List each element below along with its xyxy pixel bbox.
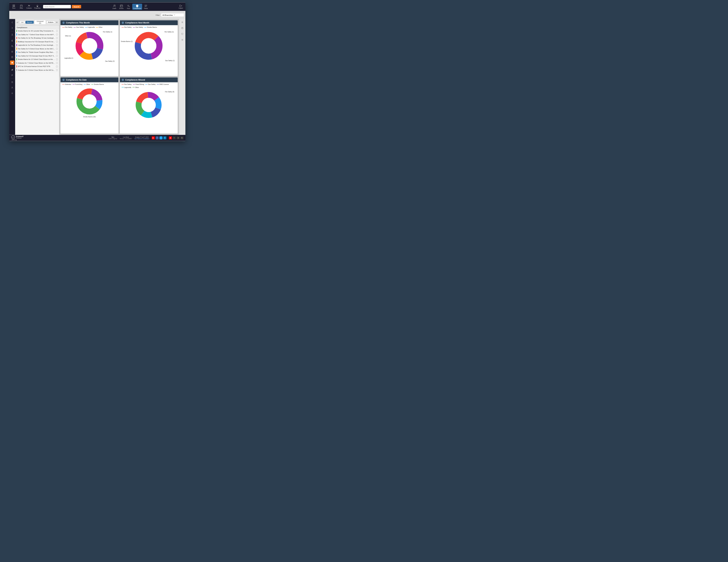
legend-color-asbestos <box>62 84 65 85</box>
nav-leads[interactable]: Leads <box>111 4 118 10</box>
list-item[interactable]: Smoke Alarms for 12 Oxford Close Wyton o… <box>15 58 59 61</box>
unsaved-tab[interactable]: Unsaved (0) <box>34 20 46 25</box>
nav-properties[interactable]: Properties <box>33 4 42 10</box>
logout-button[interactable]: Logout <box>177 4 184 10</box>
item-checkbox[interactable] <box>56 51 58 53</box>
list-item[interactable]: EPC for 19 Acacia Avenue St Ives PE27 6T… <box>15 65 59 69</box>
item-checkbox[interactable] <box>56 69 58 71</box>
item-color-indicator <box>16 55 17 57</box>
sidebar-chart-icon[interactable] <box>10 68 15 72</box>
item-checkbox[interactable] <box>56 30 58 32</box>
refresh-icon[interactable] <box>16 21 18 23</box>
panel-close-button[interactable]: ✕ <box>56 21 58 23</box>
search-input[interactable] <box>43 5 71 8</box>
item-checkbox[interactable] <box>56 62 58 64</box>
nav-contacts[interactable]: Contacts <box>25 4 33 10</box>
item-color-indicator <box>16 33 17 36</box>
util-question-icon[interactable] <box>180 26 184 30</box>
nav-buzz[interactable]: Buzz <box>11 4 17 10</box>
chart-no-date: Smoke Alarms (33) <box>61 85 119 119</box>
compliance-list: Smoke Alarms for 30 Lancelot Way Fenstan… <box>15 29 59 135</box>
list-item[interactable]: Asbestos for 7 Oxford Close Wyton on the… <box>15 61 59 65</box>
linkedin-icon[interactable]: in <box>163 137 167 140</box>
list-item[interactable]: Smoke Alarms for 30 Lancelot Way Fenstan… <box>15 29 59 33</box>
item-text: Asbestos for 7 Oxford Close Wyton on the… <box>18 62 56 64</box>
nav-diary[interactable]: Diary <box>18 4 25 10</box>
nav-feeds[interactable]: Feeds <box>142 4 149 10</box>
item-checkbox[interactable] <box>56 41 58 43</box>
sidebar-home-alt-icon[interactable] <box>10 49 15 54</box>
nav-keys[interactable]: Keys <box>125 4 132 10</box>
footer-user-info: Nick Online Agents <box>108 137 117 140</box>
list-item[interactable]: Gas Safety for 7 Oxford Close Wyton on t… <box>15 33 59 36</box>
list-item[interactable]: Asbestos for 5 Oxford Close Wyton on the… <box>15 68 59 72</box>
svg-rect-1 <box>14 5 14 5</box>
sidebar-expand-icon[interactable] <box>10 26 15 30</box>
sidebar-person-search-icon[interactable] <box>10 44 15 48</box>
sidebar-list-icon[interactable] <box>10 73 15 78</box>
card-title-missed: Compliances Missed <box>125 79 145 81</box>
chart-next-month: Fire Safety (1) Gas Safety (1) Smoke Ala… <box>120 28 178 65</box>
item-checkbox[interactable] <box>56 44 58 46</box>
sidebar-bell-icon[interactable] <box>10 61 15 65</box>
item-checkbox[interactable] <box>56 66 58 67</box>
sidebar-collapse-icon[interactable] <box>10 20 15 25</box>
footer-social-icons: ▶ f t in <box>152 137 167 140</box>
list-item[interactable]: Buildings Insurance for 9 St Georges Roa… <box>15 40 59 44</box>
item-text: Gas Safety for Thistle House Foxglove Wa… <box>18 51 56 53</box>
youtube-icon[interactable]: ▶ <box>152 137 155 140</box>
sidebar-walk-icon[interactable] <box>10 33 15 37</box>
card-header-next-month: Compliances Next Month <box>120 20 178 25</box>
list-item[interactable]: Legionella for 2a The Broadway St Ives H… <box>15 44 59 47</box>
chart-label-smoke-nm: Smoke Alarms (1) <box>121 40 133 42</box>
card-header-missed: Compliances Missed <box>120 77 178 82</box>
item-checkbox[interactable] <box>56 34 58 36</box>
sidebar-clock-icon[interactable] <box>10 80 15 84</box>
item-checkbox[interactable] <box>56 48 58 50</box>
chart-label-fire-m: Fire Safety (9) <box>165 91 174 93</box>
top-navigation: Buzz Diary Contacts Properties Sear <box>9 2 185 11</box>
tumblr-icon[interactable]: t <box>173 137 176 140</box>
nav-compliances[interactable]: Compliances <box>132 4 142 10</box>
svg-point-31 <box>12 45 13 46</box>
util-settings-icon[interactable] <box>180 20 184 24</box>
item-text: Smoke Alarms for 12 Oxford Close Wyton o… <box>18 58 56 60</box>
facebook-icon[interactable]: f <box>156 137 159 140</box>
legend-no-date: Asbestos Furnishing Other Smoke Ala <box>61 82 119 85</box>
compliance-icon-3 <box>62 78 65 81</box>
recent-tab[interactable]: Recent <box>26 21 34 24</box>
footer-logo-group: EstatesIT Software <box>11 135 23 139</box>
twitter-icon[interactable]: t <box>159 137 163 140</box>
sidebar-settings-icon[interactable] <box>10 91 15 95</box>
legend-color-gas-m <box>145 84 147 85</box>
sidebar-person-icon[interactable] <box>10 86 15 90</box>
nav-center-group: Leads Events Keys Compliances Feeds <box>111 4 149 10</box>
legend-fixed-wiring: Fixed Wiring <box>133 83 144 85</box>
sidebar-document-icon[interactable] <box>10 55 15 59</box>
item-checkbox[interactable] <box>56 55 58 57</box>
sidebar-pound-icon[interactable]: £ <box>10 38 15 43</box>
youtube-icon-2[interactable]: ▶ <box>169 137 172 140</box>
list-tab[interactable]: List <box>19 21 25 24</box>
nav-events[interactable]: Events <box>118 4 125 10</box>
legend-color-legionella-m <box>121 87 124 87</box>
item-color-indicator <box>16 51 17 53</box>
social-icon-3[interactable]: a <box>177 137 180 140</box>
compliances-next-month-card: Compliances Next Month Fire Safety Gas S… <box>120 20 178 76</box>
social-icon-4[interactable]: iu <box>180 137 184 140</box>
sidebar-divider-3 <box>11 79 14 79</box>
actions-button[interactable]: Actions <box>46 21 55 24</box>
list-item[interactable]: Gas Safety for Thistle House Foxglove Wa… <box>15 51 59 54</box>
search-button[interactable]: Search <box>72 5 81 8</box>
card-header-no-date: Compliances No Date <box>61 77 119 82</box>
list-item[interactable]: Fire Safety for 2a The Broadway St Ives … <box>15 36 59 40</box>
branch-filter-dropdown[interactable]: All Branches <box>161 13 184 17</box>
list-item[interactable]: Fire Safety for 5 Oxford Close Wyton on … <box>15 47 59 51</box>
list-item[interactable]: Gas Safety for 9 St Georges Road St Ives… <box>15 54 59 58</box>
svg-rect-34 <box>12 52 13 53</box>
svg-rect-42 <box>12 69 13 70</box>
util-shield-icon[interactable] <box>180 32 184 36</box>
util-gear-icon[interactable] <box>180 38 184 42</box>
item-checkbox[interactable] <box>56 37 58 39</box>
item-checkbox[interactable] <box>56 58 58 60</box>
